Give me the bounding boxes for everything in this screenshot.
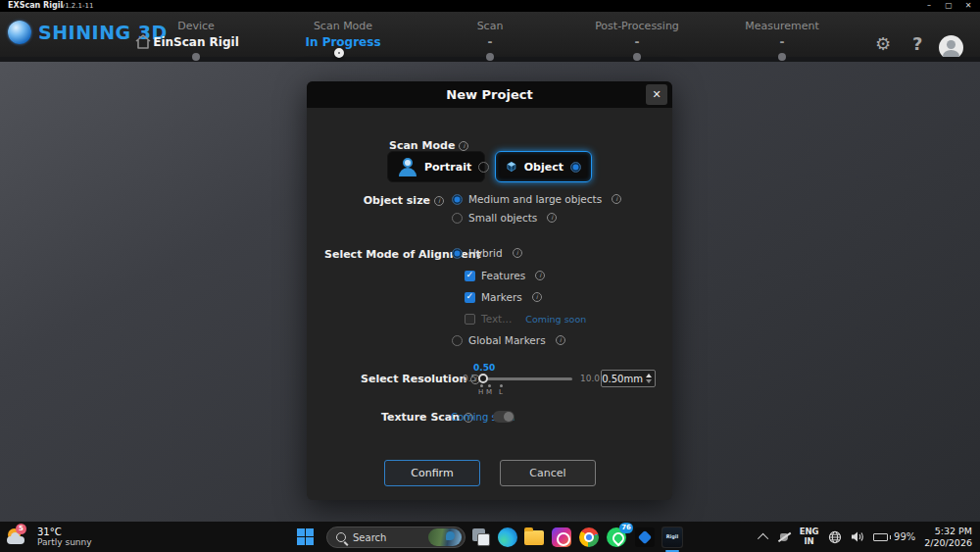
tick-label-l: L bbox=[499, 388, 503, 396]
help-icon[interactable]: ? bbox=[912, 35, 922, 53]
resolution-slider[interactable] bbox=[479, 377, 572, 380]
markers-checkbox[interactable] bbox=[465, 292, 475, 303]
volume-icon[interactable] bbox=[851, 530, 864, 543]
option-small-objects[interactable]: Small objects bbox=[452, 212, 557, 224]
progress-dot-device bbox=[192, 53, 200, 61]
chrome-icon[interactable] bbox=[578, 527, 600, 548]
dialog-close-button[interactable]: ✕ bbox=[646, 84, 667, 105]
medium-large-radio[interactable] bbox=[452, 194, 463, 205]
markers-info-icon[interactable] bbox=[532, 292, 542, 302]
option-markers[interactable]: Markers bbox=[465, 291, 542, 303]
portrait-radio[interactable] bbox=[478, 162, 489, 173]
search-input[interactable]: Search bbox=[326, 527, 466, 548]
progress-dot-measurement bbox=[778, 53, 786, 61]
minimize-button[interactable]: – bbox=[921, 0, 937, 11]
maximize-button[interactable]: ▢ bbox=[941, 0, 956, 11]
search-placeholder: Search bbox=[353, 532, 428, 543]
photos-app-icon[interactable] bbox=[551, 527, 572, 548]
search-icon bbox=[336, 532, 346, 542]
tray-muted-icon[interactable] bbox=[777, 531, 791, 543]
step-measurement[interactable]: Measurement - bbox=[704, 20, 860, 49]
weather-temp: 31°C bbox=[37, 527, 92, 537]
weather-desc: Partly sunny bbox=[37, 537, 92, 547]
hybrid-radio[interactable] bbox=[452, 248, 463, 259]
diamond-app-icon[interactable] bbox=[634, 527, 656, 548]
clock[interactable]: 5:32 PM 2/20/2026 bbox=[924, 526, 972, 549]
confirm-button[interactable]: Confirm bbox=[384, 460, 480, 486]
resolution-slider-value: 0.50 bbox=[473, 363, 495, 373]
system-tray: ENG IN 99% 5:32 PM 2/20/2026 bbox=[760, 522, 980, 552]
battery-percent: 99% bbox=[894, 531, 915, 542]
toggle-knob bbox=[504, 412, 514, 422]
step-scan[interactable]: Scan - bbox=[412, 20, 568, 49]
new-project-dialog: New Project ✕ Scan Mode Portrait Object … bbox=[307, 81, 672, 500]
resolution-input-value: 0.50mm bbox=[602, 374, 643, 384]
dialog-header: New Project ✕ bbox=[307, 81, 672, 108]
option-hybrid[interactable]: Hybrid bbox=[452, 247, 522, 259]
weather-widget[interactable]: 5 31°C Partly sunny bbox=[6, 525, 92, 548]
scan-mode-info-icon[interactable] bbox=[459, 141, 468, 151]
object-size-info-icon[interactable] bbox=[434, 196, 444, 206]
resolution-slider-handle[interactable] bbox=[478, 374, 488, 383]
network-globe-icon[interactable] bbox=[828, 530, 842, 544]
global-markers-info-icon[interactable] bbox=[556, 335, 565, 345]
features-checkbox[interactable] bbox=[465, 271, 475, 281]
option-global-markers[interactable]: Global Markers bbox=[452, 334, 565, 346]
text-checkbox-disabled bbox=[465, 314, 475, 325]
edge-icon[interactable] bbox=[497, 527, 518, 548]
search-image-bird bbox=[428, 528, 462, 546]
object-radio[interactable] bbox=[570, 162, 581, 173]
file-explorer-icon[interactable] bbox=[523, 527, 545, 548]
tick-dot-h bbox=[480, 384, 483, 387]
exscan-rigil-taskbar-icon[interactable]: Rigil bbox=[662, 527, 683, 548]
battery-icon bbox=[873, 533, 892, 541]
tray-chevron-up-icon[interactable] bbox=[760, 533, 768, 541]
tick-label-h: H bbox=[478, 388, 483, 396]
battery-indicator[interactable]: 99% bbox=[873, 531, 916, 542]
hybrid-info-icon[interactable] bbox=[513, 248, 522, 258]
resolution-spinner[interactable] bbox=[643, 374, 655, 383]
tick-dot-m bbox=[488, 384, 491, 387]
dialog-title: New Project bbox=[307, 87, 672, 102]
portrait-person-icon bbox=[398, 157, 417, 176]
spinner-up-icon[interactable] bbox=[646, 374, 652, 377]
option-features[interactable]: Features bbox=[465, 270, 545, 281]
small-objects-radio[interactable] bbox=[452, 213, 463, 224]
step-post-processing[interactable]: Post-Processing - bbox=[559, 20, 715, 49]
medium-large-info-icon[interactable] bbox=[612, 194, 621, 204]
small-objects-info-icon[interactable] bbox=[547, 213, 557, 223]
language-indicator[interactable]: ENG IN bbox=[800, 527, 819, 546]
progress-dot-scan-mode-active bbox=[334, 48, 344, 58]
clock-date: 2/20/2026 bbox=[924, 537, 972, 549]
start-button[interactable] bbox=[297, 528, 314, 545]
spinner-down-icon[interactable] bbox=[646, 379, 652, 383]
settings-gear-icon[interactable]: ⚙ bbox=[875, 35, 891, 53]
global-markers-radio[interactable] bbox=[452, 335, 463, 346]
weather-icon: 5 bbox=[6, 525, 31, 548]
avatar-head-glyph bbox=[947, 40, 956, 49]
portrait-mode-button[interactable]: Portrait bbox=[387, 151, 485, 182]
object-mode-button[interactable]: Object bbox=[495, 151, 592, 182]
window-app-version: v1.2.1-11 bbox=[61, 2, 93, 10]
option-medium-large-objects[interactable]: Medium and large objects bbox=[452, 193, 621, 205]
resolution-min: 0.5 bbox=[463, 374, 476, 383]
resolution-max: 10.0 bbox=[580, 374, 600, 383]
option-text-disabled: Text... Coming soon bbox=[465, 313, 586, 325]
whatsapp-icon[interactable]: 76 bbox=[606, 527, 627, 548]
tick-label-m: M bbox=[486, 388, 492, 396]
taskbar: 5 31°C Partly sunny Search 76 Rigil bbox=[0, 522, 980, 552]
object-cube-icon bbox=[506, 157, 517, 176]
resolution-input[interactable]: 0.50mm bbox=[601, 370, 656, 387]
weather-badge: 5 bbox=[16, 524, 26, 534]
texture-scan-toggle[interactable] bbox=[493, 411, 514, 423]
whatsapp-badge: 76 bbox=[619, 523, 633, 533]
cancel-button[interactable]: Cancel bbox=[500, 460, 596, 486]
shining3d-globe-icon bbox=[8, 21, 31, 44]
object-size-label: Object size bbox=[307, 194, 444, 207]
rigil-icon-label: Rigil bbox=[662, 527, 682, 547]
step-scan-mode[interactable]: Scan Mode In Progress bbox=[265, 20, 421, 49]
window-close-button[interactable]: ✕ bbox=[960, 0, 976, 11]
task-view-button[interactable] bbox=[470, 527, 492, 548]
step-device[interactable]: Device EinScan Rigil bbox=[118, 20, 274, 49]
features-info-icon[interactable] bbox=[535, 271, 545, 280]
